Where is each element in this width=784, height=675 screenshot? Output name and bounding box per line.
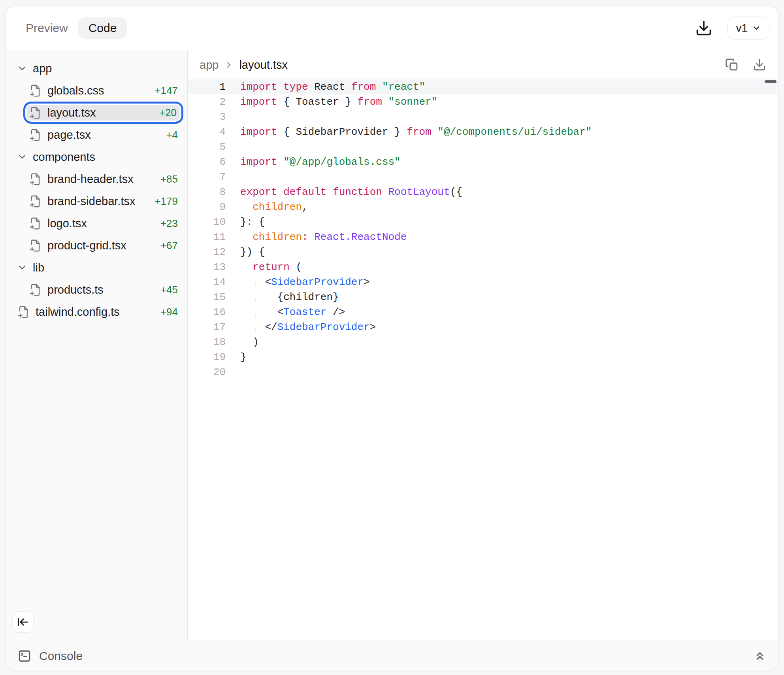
tree-item-label: components <box>33 151 95 164</box>
file-products.ts[interactable]: products.ts+45 <box>23 279 183 301</box>
file-page.tsx[interactable]: page.tsx+4 <box>23 124 183 146</box>
code-line[interactable]: 10}: { <box>188 215 778 230</box>
tree-item-label: page.tsx <box>47 128 91 141</box>
header-actions: v1 <box>695 17 769 40</box>
file-plus-icon <box>29 84 42 97</box>
code-line[interactable]: 3 <box>188 109 778 124</box>
code-line-content: } <box>226 350 247 365</box>
workspace-body: appglobals.css+147layout.tsx+20page.tsx+… <box>6 50 778 641</box>
code-line-content <box>226 109 240 124</box>
code-line[interactable]: 9children, <box>188 200 778 215</box>
code-line[interactable]: 16<Toaster /> <box>188 305 778 320</box>
code-line-content <box>226 140 240 155</box>
file-plus-icon <box>29 128 42 141</box>
tree-item-label: lib <box>33 261 44 274</box>
folder-lib[interactable]: lib <box>11 256 183 279</box>
tree-item-label: products.ts <box>47 283 104 296</box>
collapse-sidebar-button[interactable] <box>12 611 34 633</box>
code-line[interactable]: 13return ( <box>188 260 778 275</box>
tree-item-label: logo.tsx <box>47 217 87 230</box>
code-line[interactable]: 5 <box>188 140 778 155</box>
tab-preview[interactable]: Preview <box>19 17 74 39</box>
code-line[interactable]: 19} <box>188 350 778 365</box>
tab-code[interactable]: Code <box>78 17 127 39</box>
diff-added-badge: +45 <box>160 284 178 296</box>
tree-item-label: layout.tsx <box>47 106 96 119</box>
code-line-content: import "@/app/globals.css" <box>226 155 401 170</box>
code-line[interactable]: 11children: React.ReactNode <box>188 230 778 245</box>
line-number: 14 <box>188 275 226 290</box>
file-layout.tsx[interactable]: layout.tsx+20 <box>23 102 183 124</box>
line-number: 7 <box>188 170 226 185</box>
chevron-down-icon <box>17 152 27 162</box>
expand-console-button[interactable] <box>754 650 766 662</box>
code-line-content: children: React.ReactNode <box>226 230 407 245</box>
download-icon <box>695 19 712 37</box>
version-label: v1 <box>736 22 748 34</box>
download-project-button[interactable] <box>695 19 712 37</box>
code-line-content: import { SidebarProvider } from "@/compo… <box>226 124 592 140</box>
diff-added-badge: +20 <box>159 107 177 119</box>
file-plus-icon <box>29 217 42 230</box>
breadcrumb: app layout.tsx <box>188 50 778 79</box>
line-number: 13 <box>188 260 226 275</box>
download-file-button[interactable] <box>753 58 766 72</box>
tree-item-label: product-grid.tsx <box>47 239 126 252</box>
download-icon <box>753 58 766 72</box>
code-line-content: import { Toaster } from "sonner" <box>226 94 437 109</box>
code-line[interactable]: 14<SidebarProvider> <box>188 275 778 290</box>
breadcrumb-folder[interactable]: app <box>200 58 219 72</box>
line-number: 11 <box>188 230 226 245</box>
code-line[interactable]: 8export default function RootLayout({ <box>188 185 778 200</box>
line-number: 18 <box>188 335 226 350</box>
line-number: 12 <box>188 245 226 260</box>
line-number: 6 <box>188 155 226 170</box>
code-line[interactable]: 15{children} <box>188 290 778 305</box>
line-number: 10 <box>188 215 226 230</box>
folder-app[interactable]: app <box>11 57 183 79</box>
line-number: 2 <box>188 94 226 109</box>
code-panel: app layout.tsx <box>188 50 778 641</box>
scrollbar-thumb[interactable] <box>765 80 776 83</box>
diff-added-badge: +179 <box>155 195 178 207</box>
code-workspace-window: Preview Code v1 appglobals.css+147layout… <box>6 6 778 671</box>
tree-item-label: tailwind.config.ts <box>36 305 120 319</box>
line-number: 16 <box>188 305 226 320</box>
tree-item-label: brand-sidebar.tsx <box>47 195 135 208</box>
file-brand-sidebar.tsx[interactable]: brand-sidebar.tsx+179 <box>23 190 183 212</box>
file-plus-icon <box>29 195 42 208</box>
code-line[interactable]: 4import { SidebarProvider } from "@/comp… <box>188 124 778 140</box>
line-number: 5 <box>188 140 226 155</box>
line-number: 3 <box>188 109 226 124</box>
code-line[interactable]: 1import type React from "react" <box>188 79 778 94</box>
file-brand-header.tsx[interactable]: brand-header.tsx+85 <box>23 168 183 190</box>
chevron-down-icon <box>17 63 27 74</box>
file-plus-icon <box>17 305 30 319</box>
code-line[interactable]: 20 <box>188 365 778 380</box>
code-line[interactable]: 17</SidebarProvider> <box>188 320 778 335</box>
version-dropdown[interactable]: v1 <box>727 17 769 40</box>
file-globals.css[interactable]: globals.css+147 <box>23 79 183 102</box>
code-line-content: ) <box>226 335 259 350</box>
code-line[interactable]: 18) <box>188 335 778 350</box>
file-plus-icon <box>29 239 42 252</box>
diff-added-badge: +67 <box>160 239 178 252</box>
diff-added-badge: +147 <box>155 85 178 97</box>
code-line-content: <Toaster /> <box>226 305 345 320</box>
file-tailwind.config.ts[interactable]: tailwind.config.ts+94 <box>11 301 183 323</box>
code-line[interactable]: 6import "@/app/globals.css" <box>188 155 778 170</box>
code-line-content: children, <box>226 200 308 215</box>
copy-code-button[interactable] <box>725 58 739 72</box>
code-editor[interactable]: 1import type React from "react"2import {… <box>188 79 778 641</box>
file-product-grid.tsx[interactable]: product-grid.tsx+67 <box>23 234 183 256</box>
code-line[interactable]: 7 <box>188 170 778 185</box>
console-bar[interactable]: Console <box>6 641 778 671</box>
line-number: 17 <box>188 320 226 335</box>
code-line[interactable]: 2import { Toaster } from "sonner" <box>188 94 778 109</box>
file-plus-icon <box>29 173 42 186</box>
file-logo.tsx[interactable]: logo.tsx+23 <box>23 212 183 234</box>
folder-components[interactable]: components <box>11 146 183 168</box>
line-number: 8 <box>188 185 226 200</box>
code-line[interactable]: 12}) { <box>188 245 778 260</box>
chevron-down-icon <box>752 23 761 33</box>
